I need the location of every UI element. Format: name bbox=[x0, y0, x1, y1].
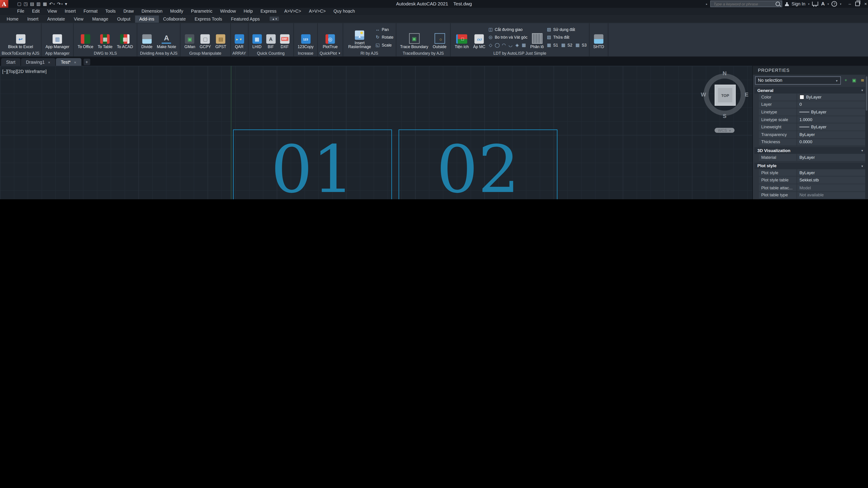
section-header-plot-style[interactable]: Plot style▼ bbox=[754, 162, 866, 169]
property-value[interactable]: Not available bbox=[797, 192, 866, 199]
close-tab-icon[interactable]: × bbox=[48, 60, 50, 64]
menu-file[interactable]: File bbox=[13, 9, 28, 14]
property-value[interactable]: 0.0000 bbox=[797, 139, 866, 146]
qar-button[interactable]: QAR bbox=[233, 24, 246, 50]
tab-collaborate[interactable]: Collaborate bbox=[159, 15, 190, 22]
viewcube-top-face[interactable]: TOP bbox=[715, 85, 736, 106]
minimize-button[interactable]: – bbox=[848, 1, 851, 6]
help-caret-icon[interactable]: ▾ bbox=[840, 2, 841, 6]
tab-insert[interactable]: Insert bbox=[23, 15, 43, 22]
menu-format[interactable]: Format bbox=[80, 9, 101, 14]
search-history-icon[interactable]: ▸ bbox=[706, 2, 707, 6]
object-type-dropdown[interactable]: No selection▼ bbox=[755, 76, 841, 85]
app-manager-button[interactable]: App Manager bbox=[44, 24, 71, 50]
tab-manage[interactable]: Manage bbox=[88, 15, 113, 22]
menu-dimension[interactable]: Dimension bbox=[138, 9, 166, 14]
drawing-tab-test[interactable]: Test*× bbox=[56, 58, 81, 66]
block-to-excel-button[interactable]: Block to Excel bbox=[6, 24, 35, 50]
property-value[interactable]: Sekkei.stb bbox=[797, 177, 866, 184]
tool-icon[interactable]: ▦ bbox=[521, 42, 526, 47]
to-office-button[interactable]: To Office bbox=[76, 24, 95, 50]
close-tab-icon[interactable]: × bbox=[74, 60, 76, 64]
menu-edit[interactable]: Edit bbox=[28, 9, 43, 14]
autocad-logo-icon[interactable]: A bbox=[0, 0, 8, 8]
menu-modify[interactable]: Modify bbox=[166, 9, 187, 14]
panel-title[interactable]: ARRAY bbox=[230, 50, 248, 56]
panel-title[interactable]: BlockToExcel by AJS bbox=[0, 50, 41, 56]
s-d-ng-t-button[interactable]: ▨Sử dụng đất bbox=[547, 26, 587, 33]
insert-rasterimage-button[interactable]: Insert RasterImage bbox=[345, 24, 374, 50]
app-store-cart-icon[interactable] bbox=[812, 1, 818, 5]
outside-button[interactable]: Outside bbox=[431, 24, 448, 50]
menu-tools[interactable]: Tools bbox=[101, 9, 120, 14]
123copy-button[interactable]: 123Copy bbox=[296, 24, 315, 50]
s3-button[interactable]: ▦S3 bbox=[575, 41, 587, 48]
drawing-tab-drawing1[interactable]: Drawing1× bbox=[21, 58, 55, 66]
bo-tr-n-v-v-t-g-c-button[interactable]: ◎Bo tròn và Vát góc bbox=[488, 33, 527, 41]
open-file-icon[interactable]: ◳ bbox=[24, 1, 28, 6]
property-value[interactable]: ByLayer bbox=[797, 108, 866, 116]
drawing-tab-start[interactable]: Start bbox=[1, 58, 20, 66]
undo-icon[interactable]: ↶▾ bbox=[49, 1, 55, 6]
property-value[interactable]: ByLayer bbox=[797, 169, 866, 176]
scale-button[interactable]: ◱Scale bbox=[375, 41, 393, 48]
bif-button[interactable]: BIF bbox=[265, 24, 277, 50]
c-t-ng-giao-button[interactable]: ◫Cắt đường giao bbox=[488, 26, 527, 33]
panel-title[interactable]: Group Manipulate bbox=[181, 50, 230, 56]
tool-icon[interactable]: ◯ bbox=[495, 42, 500, 47]
select-objects-icon[interactable]: ▣ bbox=[851, 77, 857, 84]
pan-button[interactable]: ↔Pan bbox=[375, 26, 393, 33]
search-input[interactable] bbox=[712, 1, 774, 6]
ph-n-l-button[interactable]: Phân lô bbox=[528, 24, 545, 50]
p-mc-button[interactable]: Áp MC bbox=[471, 24, 487, 50]
property-value[interactable]: 1.0000 bbox=[797, 116, 866, 123]
gman-button[interactable]: GMan bbox=[183, 24, 197, 50]
ti-n-ch-button[interactable]: Tiện ích bbox=[453, 24, 470, 50]
new-drawing-button[interactable]: + bbox=[84, 59, 90, 65]
ribbon-display-toggle-icon[interactable]: ▲ ▾ bbox=[270, 17, 279, 21]
signin-caret-icon[interactable]: ▾ bbox=[808, 2, 809, 6]
s1-button[interactable]: ▦S1 bbox=[547, 41, 558, 48]
compass-north[interactable]: N bbox=[723, 70, 727, 76]
qat-dropdown-icon[interactable]: ▾ bbox=[65, 1, 67, 6]
menu-a-v-c[interactable]: A>V>C> bbox=[305, 9, 330, 14]
menu-parametric[interactable]: Parametric bbox=[187, 9, 216, 14]
panel-title[interactable]: Increase bbox=[293, 50, 317, 56]
property-value[interactable]: ByLayer bbox=[797, 154, 866, 161]
s2-button[interactable]: ▦S2 bbox=[561, 41, 572, 48]
wcs-menu[interactable]: WCS▼ bbox=[715, 128, 735, 133]
collapse-icon[interactable]: ▼ bbox=[861, 164, 864, 168]
panel-title[interactable]: TraceBoundary by AJS bbox=[396, 50, 450, 56]
gpst-button[interactable]: GPST bbox=[214, 24, 228, 50]
property-value[interactable]: Model bbox=[797, 184, 866, 191]
save-icon[interactable]: ▤ bbox=[30, 1, 34, 6]
menu-insert[interactable]: Insert bbox=[61, 9, 80, 14]
property-value[interactable]: ByLayer bbox=[797, 131, 866, 138]
section-header-3d-visualization[interactable]: 3D Visualization▼ bbox=[754, 147, 866, 154]
user-icon[interactable] bbox=[785, 2, 789, 6]
view-cube[interactable]: N W E S TOP WCS▼ bbox=[702, 71, 748, 118]
plottrue-button[interactable]: PlotTrue bbox=[321, 24, 340, 50]
panel-caret-icon[interactable]: ▼ bbox=[338, 52, 341, 55]
gcpy-button[interactable]: GCPY bbox=[198, 24, 213, 50]
properties-title[interactable]: PROPERTIES bbox=[753, 66, 868, 74]
compass-east[interactable]: E bbox=[745, 92, 748, 98]
help-icon[interactable]: ? bbox=[832, 1, 837, 6]
rotate-button[interactable]: ↻Rotate bbox=[375, 33, 393, 41]
close-button[interactable]: × bbox=[864, 1, 867, 6]
viewport-controls[interactable]: [−][Top][2D Wireframe] bbox=[2, 69, 47, 74]
quick-select-icon[interactable]: ≋ bbox=[859, 77, 866, 84]
property-value[interactable]: ByLayer bbox=[797, 124, 866, 131]
menu-a-v-c[interactable]: A>V>C> bbox=[280, 9, 305, 14]
tool-icon[interactable]: ◡ bbox=[508, 42, 513, 47]
panel-title[interactable]: RI by AJS bbox=[343, 50, 396, 56]
menu-express[interactable]: Express bbox=[256, 9, 280, 14]
tab-express-tools[interactable]: Express Tools bbox=[190, 15, 226, 22]
tool-icon[interactable]: ◈ bbox=[515, 42, 520, 47]
tab-add-ins[interactable]: Add-ins bbox=[135, 15, 159, 22]
compass-west[interactable]: W bbox=[701, 92, 706, 98]
tab-home[interactable]: Home bbox=[2, 15, 23, 22]
dropdown-caret-icon[interactable]: ▾ bbox=[61, 2, 63, 6]
restore-button[interactable] bbox=[855, 2, 860, 6]
section-header-general[interactable]: General▼ bbox=[754, 87, 866, 93]
